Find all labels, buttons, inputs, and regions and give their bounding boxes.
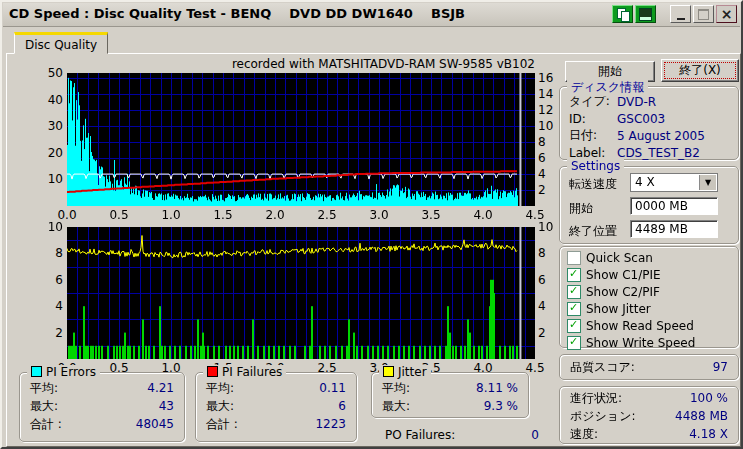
stat-row-value: 43 (159, 399, 174, 413)
y-axis-label: 50 (33, 67, 63, 79)
check-icon: ✓ (569, 267, 578, 281)
checkbox-checked[interactable]: ✓ (567, 319, 581, 333)
po-failures-value: 0 (531, 428, 539, 442)
stat-row-label: 最大: (382, 398, 410, 415)
disc-info-rows: タイプ:DVD-RID:GSC003日付:5 August 2005Label:… (560, 87, 738, 161)
x-axis-label: 3.5 (414, 208, 448, 222)
x-axis-label: 0.5 (102, 208, 136, 222)
stat-box-pi-errors: PI Errors平均:4.21最大:43合計 :48045 (19, 372, 185, 442)
disc-info-row-label: 日付: (569, 127, 617, 144)
stat-row-label: 最大: (206, 398, 234, 415)
transfer-speed-label: 転送速度 (569, 176, 617, 193)
checkbox-row[interactable]: Quick Scan (560, 249, 738, 266)
checkbox-list: Quick Scan✓Show C1/PIE✓Show C2/PIF✓Show … (560, 247, 738, 351)
stat-row-value: 9.3 % (484, 399, 518, 413)
x-axis-label: 2.5 (310, 208, 344, 222)
stat-row-value: 1223 (315, 417, 346, 431)
stat-row: 合計 :1223 (196, 415, 356, 433)
end-position-field[interactable]: 4489 MB (630, 220, 718, 238)
stat-row-label: 平均: (30, 380, 58, 397)
jitter-pif-chart-plot (67, 227, 535, 359)
save-button[interactable] (635, 5, 656, 23)
disc-info-title: ディスク情報 (567, 79, 648, 96)
exit-button[interactable]: 終了(X) (661, 59, 739, 82)
progress-row-value: 100 % (690, 391, 728, 405)
stat-box-jitter: Jitter平均:8.11 %最大:9.3 % (371, 372, 529, 418)
pi-errors-chart-plot (67, 73, 535, 206)
quality-score-group: 品質スコア: 97 (559, 354, 739, 380)
y-axis-label: 4 (33, 300, 63, 312)
checkbox-unchecked[interactable] (567, 251, 581, 265)
main-panel: recorded with MATSHITADVD-RAM SW-9585 vB… (6, 53, 741, 447)
stat-box-rows: 平均:0.11最大:6合計 :1223 (196, 373, 356, 433)
stat-row-value: 6 (338, 399, 346, 413)
transfer-speed-value: 4 X (635, 175, 655, 189)
check-icon: ✓ (569, 318, 578, 332)
y-axis-label: 10 (33, 221, 63, 233)
disc-info-row: 日付:5 August 2005 (560, 127, 738, 144)
checkbox-row[interactable]: ✓Show C1/PIE (560, 266, 738, 283)
progress-row-value: 4.18 X (689, 427, 728, 441)
start-position-label: 開始 (569, 200, 593, 217)
progress-row-label: 進行状況: (570, 390, 622, 407)
checkbox-row[interactable]: ✓Show Jitter (560, 300, 738, 317)
po-failures-row: PO Failures:0 (375, 426, 549, 444)
stat-row-value: 4.21 (147, 381, 174, 395)
titlebar: CD Speed : Disc Quality Test - BENQ DVD … (3, 3, 740, 27)
stat-box-pi-failures: PI Failures平均:0.11最大:6合計 :1223 (195, 372, 357, 442)
disc-info-row-value: 5 August 2005 (617, 129, 705, 143)
stat-row-value: 8.11 % (476, 381, 518, 395)
checkbox-row[interactable]: ✓Show Read Speed (560, 317, 738, 334)
stat-box-title-text: PI Errors (46, 365, 96, 379)
checkbox-checked[interactable]: ✓ (567, 302, 581, 316)
checkbox-row[interactable]: ✓Show C2/PIF (560, 283, 738, 300)
transfer-speed-select[interactable]: 4 X ▼ (630, 173, 718, 192)
stat-row-label: 平均: (382, 380, 410, 397)
stat-row: 最大:9.3 % (372, 397, 528, 415)
disc-info-row-value: CDS_TEST_B2 (617, 146, 700, 160)
quality-score-label: 品質スコア: (570, 359, 635, 376)
copy-icon (617, 8, 629, 20)
stat-row: 平均:4.21 (20, 379, 184, 397)
start-position-field[interactable]: 0000 MB (630, 197, 718, 215)
stat-row: 合計 :48045 (20, 415, 184, 433)
stat-box-title-text: PI Failures (222, 365, 282, 379)
checkbox-label: Quick Scan (586, 251, 653, 265)
checkbox-row[interactable]: ✓Show Write Speed (560, 334, 738, 351)
progress-rows: 進行状況:100 %ポジション:4488 MB速度:4.18 X (560, 387, 738, 443)
close-icon: × (721, 7, 733, 21)
window-title: CD Speed : Disc Quality Test - BENQ DVD … (9, 6, 465, 21)
minimize-button[interactable] (670, 5, 691, 23)
titlebar-buttons: × (612, 5, 737, 23)
y-axis-label: 8 (33, 247, 63, 259)
y-axis-label: 16 (538, 72, 568, 84)
tab-disc-quality[interactable]: Disc Quality (14, 32, 108, 54)
progress-row: 速度:4.18 X (560, 425, 738, 443)
stat-row-label: 合計 : (206, 416, 238, 433)
checkbox-checked[interactable]: ✓ (567, 285, 581, 299)
copy-to-clipboard-button[interactable] (612, 5, 633, 23)
checkbox-checked[interactable]: ✓ (567, 336, 581, 350)
stat-row-label: 平均: (206, 380, 234, 397)
close-button[interactable]: × (716, 5, 737, 23)
x-axis-label: 4.0 (466, 208, 500, 222)
quality-score-value: 97 (713, 360, 728, 374)
stat-box-title: PI Failures (203, 365, 286, 379)
stat-box-title: Jitter (379, 365, 431, 379)
legend-color-icon (207, 366, 218, 377)
progress-row-value: 4488 MB (675, 409, 728, 423)
chevron-down-icon[interactable]: ▼ (699, 175, 716, 190)
x-axis-label: 1.0 (154, 208, 188, 222)
maximize-button[interactable] (693, 5, 714, 23)
y-axis-label: 40 (33, 94, 63, 106)
disc-info-row: ID:GSC003 (560, 110, 738, 127)
stat-box-rows: 平均:8.11 %最大:9.3 % (372, 373, 528, 415)
checkbox-checked[interactable]: ✓ (567, 268, 581, 282)
disc-info-row-value: DVD-R (617, 95, 656, 109)
stat-row: 最大:6 (196, 397, 356, 415)
stat-row: 平均:0.11 (196, 379, 356, 397)
app-window: CD Speed : Disc Quality Test - BENQ DVD … (0, 0, 743, 449)
x-axis-label: 2.0 (258, 208, 292, 222)
settings-group: Settings 転送速度 4 X ▼ 開始 0000 MB 終了位置 4489… (559, 166, 739, 244)
progress-row-label: 速度: (570, 426, 598, 443)
